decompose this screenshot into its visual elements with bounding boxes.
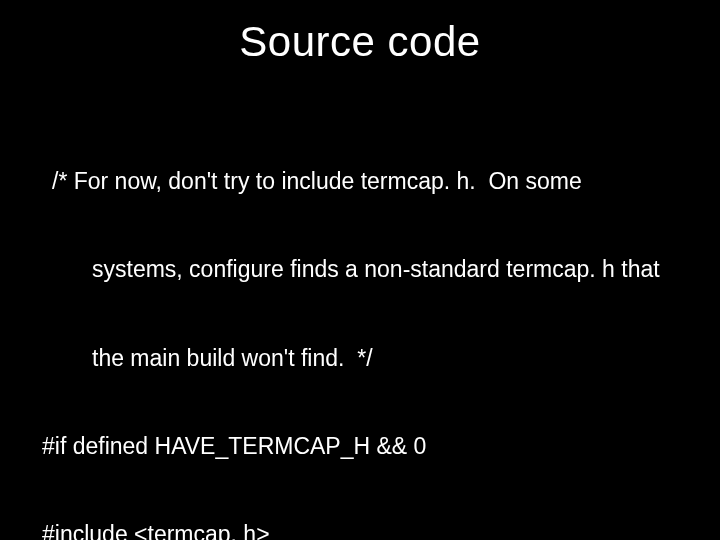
slide-title: Source code [42,18,678,66]
code-comment-line-2: systems, configure finds a non-standard … [42,255,678,284]
code-line-if: #if defined HAVE_TERMCAP_H && 0 [42,432,678,461]
slide: Source code /* For now, don't try to inc… [0,0,720,540]
code-comment-line-3: the main build won't find. */ [42,344,678,373]
code-line-include: #include <termcap. h> [42,520,678,540]
code-comment-line-1: /* For now, don't try to include termcap… [42,167,678,196]
code-block: /* For now, don't try to include termcap… [42,108,678,540]
